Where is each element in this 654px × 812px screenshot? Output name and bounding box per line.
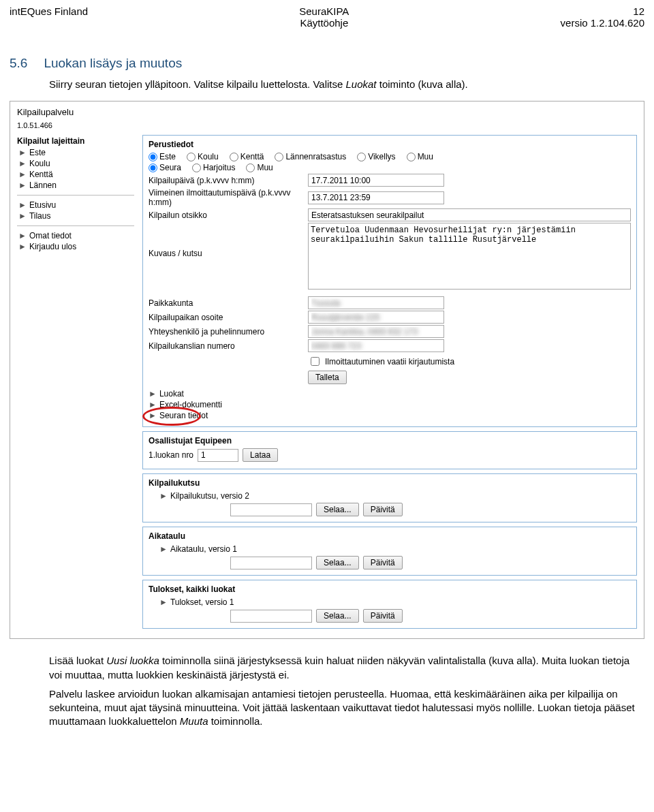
chevron-right-icon: ► bbox=[149, 400, 157, 409]
intro-paragraph: Siirry seuran tietojen ylläpitoon. Valit… bbox=[49, 78, 644, 91]
chevron-right-icon: ► bbox=[18, 181, 27, 190]
city-label: Paikkakunta bbox=[149, 298, 304, 308]
office-input[interactable] bbox=[308, 339, 444, 352]
main-column: Perustiedot Este Koulu Kenttä Lännenrats… bbox=[142, 135, 637, 633]
aikataulu-browse-button[interactable]: Selaa... bbox=[316, 556, 359, 569]
tulokset-file-input[interactable] bbox=[230, 610, 312, 623]
sidebar-item-kentta[interactable]: ►Kenttä bbox=[17, 169, 134, 180]
contact-label: Yhteyshenkilö ja puhelinnumero bbox=[149, 327, 304, 337]
login-required-label: Ilmoittautuminen vaatii kirjautumista bbox=[325, 357, 454, 366]
tulokset-update-button[interactable]: Päivitä bbox=[363, 609, 403, 623]
radio-este[interactable]: Este bbox=[149, 152, 176, 161]
section-heading: 5.6Luokan lisäys ja muutos bbox=[10, 56, 644, 71]
heading-number: 5.6 bbox=[10, 56, 27, 70]
paragraph-3: Palvelu laskee arvioidun luokan alkamisa… bbox=[49, 687, 644, 729]
aikataulu-update-button[interactable]: Päivitä bbox=[363, 556, 403, 569]
lastreg-label: Viimeinen ilmoittautumispäivä (p.k.vvvv … bbox=[149, 188, 304, 207]
chevron-right-icon: ► bbox=[159, 491, 168, 501]
chevron-right-icon: ► bbox=[18, 200, 27, 210]
equipe-panel: Osallistujat Equipeen 1.luokan nro Lataa bbox=[142, 431, 637, 469]
radio-seura[interactable]: Seura bbox=[149, 163, 181, 172]
kutsu-title: Kilpailukutsu bbox=[149, 478, 631, 488]
login-required-checkbox[interactable] bbox=[311, 357, 320, 366]
lastreg-input[interactable] bbox=[308, 191, 444, 204]
radio-lannenratsastus[interactable]: Lännenratsastus bbox=[275, 152, 346, 161]
radio-muu[interactable]: Muu bbox=[407, 152, 433, 161]
header-center-top: SeuraKIPA bbox=[299, 5, 349, 17]
equipe-class-input[interactable] bbox=[198, 449, 238, 462]
service-title: Kilpailupalvelu bbox=[17, 107, 637, 117]
link-luokat[interactable]: ►Luokat bbox=[149, 388, 631, 399]
sidebar-group-title: Kilpailut lajeittain bbox=[17, 136, 134, 146]
contact-input[interactable] bbox=[308, 325, 444, 338]
title-label: Kilpailun otsikko bbox=[149, 210, 304, 220]
sidebar-item-este[interactable]: ►Este bbox=[17, 147, 134, 158]
save-button[interactable]: Talleta bbox=[308, 371, 347, 384]
paragraph-2: Lisää luokat Uusi luokka toiminnolla sii… bbox=[49, 654, 644, 682]
page-header: intEQues Finland SeuraKIPA Käyttöohje 12… bbox=[0, 0, 654, 30]
chevron-right-icon: ► bbox=[159, 597, 168, 607]
kutsu-link[interactable]: ►Kilpailukutsu, versio 2 bbox=[149, 490, 631, 501]
chevron-right-icon: ► bbox=[18, 148, 27, 157]
screenshot-panel: Kilpailupalvelu 1.0.51.466 Kilpailut laj… bbox=[10, 101, 644, 639]
aikataulu-title: Aikataulu bbox=[149, 531, 631, 541]
sidebar-item-kirjaudu-ulos[interactable]: ►Kirjaudu ulos bbox=[17, 241, 134, 252]
equipe-title: Osallistujat Equipeen bbox=[149, 436, 631, 446]
equipe-class-label: 1.luokan nro bbox=[149, 450, 193, 460]
page-number: 12 bbox=[633, 5, 644, 17]
heading-title: Luokan lisäys ja muutos bbox=[44, 56, 182, 70]
radio-harjoitus[interactable]: Harjoitus bbox=[192, 163, 235, 172]
chevron-right-icon: ► bbox=[159, 544, 168, 554]
radio-org-muu[interactable]: Muu bbox=[246, 163, 272, 172]
sidebar: Kilpailut lajeittain ►Este ►Koulu ►Kentt… bbox=[17, 135, 134, 633]
date-label: Kilpailupäivä (p.k.vvvv h:mm) bbox=[149, 176, 304, 185]
tulokset-panel: Tulokset, kaikki luokat ►Tulokset, versi… bbox=[142, 580, 637, 629]
chevron-right-icon: ► bbox=[18, 159, 27, 168]
equipe-load-button[interactable]: Lataa bbox=[243, 448, 278, 462]
link-seuran-tiedot[interactable]: ►Seuran tiedot bbox=[149, 410, 631, 421]
title-input[interactable] bbox=[308, 208, 631, 221]
header-left: intEQues Finland bbox=[10, 5, 88, 29]
desc-label: Kuvaus / kutsu bbox=[149, 223, 304, 258]
basic-info-panel: Perustiedot Este Koulu Kenttä Lännenrats… bbox=[142, 135, 637, 427]
header-center-bottom: Käyttöohje bbox=[299, 17, 349, 29]
description-textarea[interactable] bbox=[308, 223, 631, 290]
aikataulu-panel: Aikataulu ►Aikataulu, versio 1 Selaa... … bbox=[142, 527, 637, 576]
kutsu-browse-button[interactable]: Selaa... bbox=[316, 503, 359, 516]
office-label: Kilpailukanslian numero bbox=[149, 341, 304, 351]
sidebar-item-omat-tiedot[interactable]: ►Omat tiedot bbox=[17, 230, 134, 241]
date-input[interactable] bbox=[308, 174, 444, 187]
addr-label: Kilpailupaikan osoite bbox=[149, 313, 304, 322]
chevron-right-icon: ► bbox=[18, 170, 27, 179]
sidebar-item-koulu[interactable]: ►Koulu bbox=[17, 158, 134, 169]
type-radio-group: Este Koulu Kenttä Lännenratsastus Vikell… bbox=[149, 152, 631, 161]
service-version: 1.0.51.466 bbox=[17, 121, 637, 129]
tulokset-link[interactable]: ►Tulokset, versio 1 bbox=[149, 597, 631, 608]
chevron-right-icon: ► bbox=[18, 231, 27, 240]
sidebar-item-lannen[interactable]: ►Lännen bbox=[17, 180, 134, 191]
org-radio-group: Seura Harjoitus Muu bbox=[149, 163, 631, 172]
tulokset-title: Tulokset, kaikki luokat bbox=[149, 584, 631, 594]
radio-kentta[interactable]: Kenttä bbox=[230, 152, 264, 161]
kutsu-update-button[interactable]: Päivitä bbox=[363, 503, 403, 516]
link-excel[interactable]: ►Excel-dokumentti bbox=[149, 399, 631, 410]
chevron-right-icon: ► bbox=[149, 411, 157, 420]
radio-vikellys[interactable]: Vikellys bbox=[357, 152, 395, 161]
tulokset-browse-button[interactable]: Selaa... bbox=[316, 609, 359, 623]
chevron-right-icon: ► bbox=[149, 389, 157, 399]
chevron-right-icon: ► bbox=[18, 211, 27, 221]
sidebar-item-etusivu[interactable]: ►Etusivu bbox=[17, 200, 134, 210]
addr-input[interactable] bbox=[308, 311, 444, 324]
kutsu-panel: Kilpailukutsu ►Kilpailukutsu, versio 2 S… bbox=[142, 473, 637, 522]
city-input[interactable] bbox=[308, 296, 444, 309]
kutsu-file-input[interactable] bbox=[230, 503, 312, 516]
aikataulu-file-input[interactable] bbox=[230, 557, 312, 569]
aikataulu-link[interactable]: ►Aikataulu, versio 1 bbox=[149, 544, 631, 555]
sidebar-item-tilaus[interactable]: ►Tilaus bbox=[17, 210, 134, 221]
chevron-right-icon: ► bbox=[18, 242, 27, 251]
basic-info-title: Perustiedot bbox=[149, 140, 631, 149]
radio-koulu[interactable]: Koulu bbox=[187, 152, 219, 161]
header-version: versio 1.2.104.620 bbox=[561, 17, 644, 29]
